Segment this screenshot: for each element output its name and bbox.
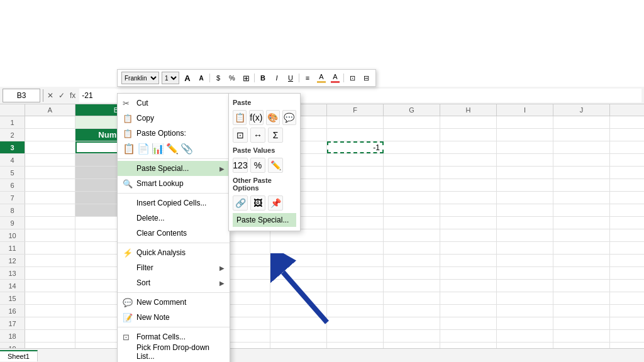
cell-a1[interactable]	[25, 116, 75, 128]
cell-f18[interactable]	[327, 330, 384, 342]
cell-a6[interactable]	[25, 179, 75, 191]
cell-j6[interactable]	[553, 179, 610, 191]
cell-g18[interactable]	[384, 330, 440, 342]
cell-j18[interactable]	[553, 330, 610, 342]
paste-formulas-icon[interactable]: f(x)	[249, 110, 263, 125]
cell-i15[interactable]	[497, 292, 553, 304]
smart-lookup-menu-item[interactable]: 🔍 Smart Lookup	[118, 176, 230, 191]
cell-a16[interactable]	[25, 305, 75, 317]
cell-h3[interactable]	[440, 141, 497, 153]
cell-e19[interactable]	[270, 343, 327, 348]
cell-i16[interactable]	[497, 305, 553, 317]
cell-h1[interactable]	[440, 116, 497, 128]
cell-g7[interactable]	[384, 192, 440, 204]
cell-f11[interactable]	[327, 242, 384, 254]
cell-j1[interactable]	[553, 116, 610, 128]
cell-g10[interactable]	[384, 229, 440, 241]
cell-f8[interactable]	[327, 204, 384, 216]
paste-icon-3[interactable]: 📊	[152, 143, 164, 155]
cell-h14[interactable]	[440, 280, 497, 292]
mini-italic-button[interactable]: I	[271, 72, 282, 84]
cell-i14[interactable]	[497, 280, 553, 292]
mini-underline-button[interactable]: U	[285, 72, 296, 84]
cell-i7[interactable]	[497, 192, 553, 204]
cell-j5[interactable]	[553, 167, 610, 178]
paste-formula2-icon[interactable]: Σ	[268, 128, 283, 143]
paste-values-format-icon[interactable]: %	[250, 158, 265, 173]
cell-i5[interactable]	[497, 167, 553, 178]
other-paste-icon-1[interactable]: 🔗	[233, 195, 248, 211]
paste-colwidth-icon[interactable]: ↔	[250, 128, 265, 143]
cell-h10[interactable]	[440, 229, 497, 241]
cell-f1[interactable]	[327, 116, 384, 128]
cell-i12[interactable]	[497, 255, 553, 266]
confirm-formula-icon[interactable]: ✓	[57, 91, 66, 100]
cell-g14[interactable]	[384, 280, 440, 292]
cell-f19[interactable]	[327, 343, 384, 348]
paste-special-button[interactable]: Paste Special...	[233, 213, 296, 227]
cell-h8[interactable]	[440, 204, 497, 216]
cell-h11[interactable]	[440, 242, 497, 254]
cell-j19[interactable]	[553, 343, 610, 348]
col-header-j[interactable]: J	[553, 104, 610, 116]
paste-format-icon[interactable]: 🎨	[266, 110, 280, 125]
cell-i9[interactable]	[497, 217, 553, 229]
cell-h18[interactable]	[440, 330, 497, 342]
cell-g4[interactable]	[384, 154, 440, 166]
cell-h15[interactable]	[440, 292, 497, 304]
cell-h12[interactable]	[440, 255, 497, 266]
cell-f5[interactable]	[327, 167, 384, 178]
pick-dropdown-menu-item[interactable]: Pick From Drop-down List...	[118, 344, 230, 359]
cell-a12[interactable]	[25, 255, 75, 266]
new-note-menu-item[interactable]: 📝 New Note	[118, 310, 230, 325]
cell-i18[interactable]	[497, 330, 553, 342]
cell-j8[interactable]	[553, 204, 610, 216]
col-header-f[interactable]: F	[327, 104, 384, 116]
cell-g16[interactable]	[384, 305, 440, 317]
cell-j10[interactable]	[553, 229, 610, 241]
cell-g15[interactable]	[384, 292, 440, 304]
cell-g3[interactable]	[384, 141, 440, 153]
cell-i2[interactable]	[497, 129, 553, 141]
mini-border-icon[interactable]: ⊡	[347, 72, 358, 84]
cell-j7[interactable]	[553, 192, 610, 204]
cell-i11[interactable]	[497, 242, 553, 254]
insert-copied-menu-item[interactable]: Insert Copied Cells...	[118, 195, 230, 211]
col-header-a[interactable]: A	[25, 104, 75, 116]
cell-h9[interactable]	[440, 217, 497, 229]
col-header-g[interactable]: G	[384, 104, 440, 116]
cell-a8[interactable]	[25, 204, 75, 216]
cell-j11[interactable]	[553, 242, 610, 254]
col-header-h[interactable]: H	[440, 104, 497, 116]
cancel-formula-icon[interactable]: ✕	[46, 91, 55, 100]
cell-h13[interactable]	[440, 267, 497, 279]
cell-a13[interactable]	[25, 267, 75, 279]
paste-comment-icon[interactable]: 💬	[282, 110, 296, 125]
cell-h7[interactable]	[440, 192, 497, 204]
cell-g8[interactable]	[384, 204, 440, 216]
paste-icon-5[interactable]: 📎	[180, 143, 193, 155]
cell-e11[interactable]	[270, 242, 327, 254]
cell-a19[interactable]	[25, 343, 75, 348]
cell-j12[interactable]	[553, 255, 610, 266]
mini-font-color-icon[interactable]: A	[316, 72, 327, 84]
mini-format-table-icon[interactable]: ⊞	[240, 72, 252, 84]
cell-j14[interactable]	[553, 280, 610, 292]
cell-j2[interactable]	[553, 129, 610, 141]
paste-all-icon[interactable]: 📋	[233, 110, 247, 125]
filter-menu-item[interactable]: Filter ▶	[118, 260, 230, 275]
cell-j17[interactable]	[553, 317, 610, 329]
cell-h17[interactable]	[440, 317, 497, 329]
paste-icon-2[interactable]: 📄	[137, 143, 150, 155]
new-comment-menu-item[interactable]: 💬 New Comment	[118, 295, 230, 310]
paste-values-icon[interactable]: 123	[233, 158, 248, 173]
cell-f6[interactable]	[327, 179, 384, 191]
copy-menu-item[interactable]: 📋 Copy	[118, 111, 230, 126]
other-paste-icon-3[interactable]: 📌	[268, 195, 283, 211]
delete-menu-item[interactable]: Delete...	[118, 211, 230, 226]
paste-special-menu-item[interactable]: Paste Special... ▶	[118, 161, 230, 176]
mini-percent-icon[interactable]: %	[226, 72, 238, 84]
cell-h5[interactable]	[440, 167, 497, 178]
cell-e18[interactable]	[270, 330, 327, 342]
cell-h2[interactable]	[440, 129, 497, 141]
